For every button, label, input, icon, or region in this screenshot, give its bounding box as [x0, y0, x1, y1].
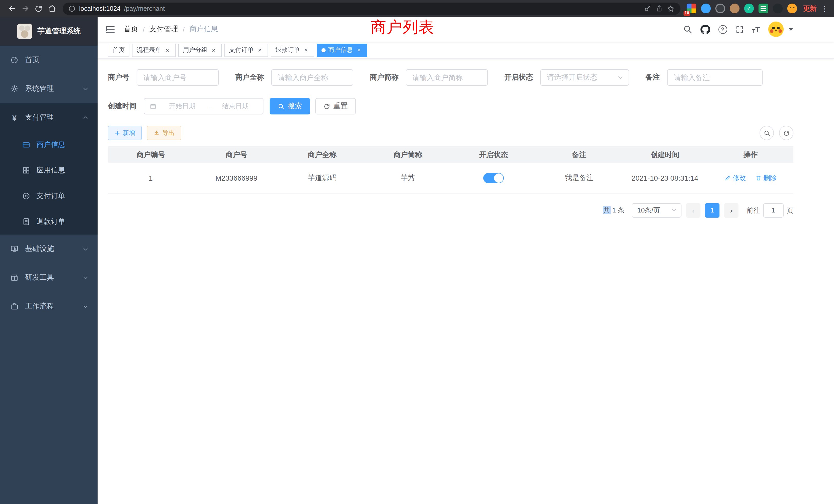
edit-button[interactable]: 修改 [724, 174, 746, 183]
user-avatar[interactable] [768, 22, 784, 37]
avatar-caret-icon[interactable] [789, 28, 793, 30]
page-1-button[interactable]: 1 [705, 203, 720, 217]
fullscreen-icon[interactable] [735, 25, 744, 33]
extension-badge: 10 [683, 11, 690, 16]
date-end-placeholder: 结束日期 [213, 101, 258, 111]
github-icon[interactable] [700, 24, 710, 34]
goto-page-input[interactable] [763, 203, 784, 217]
next-page-button[interactable]: › [724, 203, 739, 217]
dashboard-icon [10, 56, 19, 64]
sidebar-item-workflow[interactable]: 工作流程 [0, 292, 97, 321]
tab-close-icon[interactable]: × [164, 46, 171, 54]
filter-row-2: 创建时间 开始日期 - 结束日期 搜索 重置 [108, 98, 793, 114]
target-icon [22, 192, 30, 200]
extension-icon[interactable]: 10 [687, 4, 696, 13]
toggle-search-icon[interactable] [760, 126, 774, 140]
right-toolbar [760, 126, 793, 140]
navbar-tools: ? TT [683, 22, 793, 37]
date-start-placeholder: 开始日期 [160, 101, 205, 111]
briefcase-icon [10, 302, 19, 311]
date-range-picker[interactable]: 开始日期 - 结束日期 [144, 98, 263, 114]
hamburger-icon[interactable] [105, 24, 115, 35]
short-name-input[interactable] [406, 69, 488, 86]
help-icon[interactable]: ? [718, 25, 727, 33]
tab-pay-order[interactable]: 支付订单× [224, 43, 268, 57]
table-row: 1 M233666999 芋道源码 芋艿 我是备注 2021-10-23 08:… [108, 163, 793, 193]
tab-home[interactable]: 首页 [108, 43, 129, 57]
tab-close-icon[interactable]: × [256, 46, 263, 54]
cell-remark: 我是备注 [536, 163, 622, 193]
sidebar-item-infrastructure[interactable]: 基础设施 [0, 234, 97, 263]
sidebar-item-dev-tools[interactable]: 研发工具 [0, 263, 97, 292]
sidebar-item-label: 系统管理 [25, 84, 54, 93]
font-size-icon[interactable]: TT [752, 25, 760, 33]
browser-menu-icon[interactable]: ⋮ [821, 4, 829, 13]
prev-page-button[interactable]: ‹ [686, 203, 701, 217]
delete-button[interactable]: 删除 [755, 174, 777, 183]
sidebar-item-pay-order[interactable]: 支付订单 [0, 183, 97, 209]
page-size-select[interactable]: 10条/页 [632, 203, 681, 217]
extension-icon[interactable] [787, 4, 797, 13]
back-icon[interactable] [5, 2, 19, 15]
chevron-up-icon [83, 115, 88, 120]
cell-merchant-id: 1 [108, 163, 194, 193]
sidebar-item-payment[interactable]: ¥ 支付管理 [0, 103, 97, 132]
url-path: /pay/merchant [124, 5, 164, 12]
chevron-down-icon [617, 74, 623, 81]
chevron-down-icon [83, 86, 88, 92]
add-button[interactable]: 新增 [108, 126, 142, 140]
yen-icon: ¥ [10, 113, 19, 122]
sidebar-item-app-info[interactable]: 应用信息 [0, 158, 97, 183]
tab-close-icon[interactable]: × [303, 46, 310, 54]
tab-user-group[interactable]: 用户分组× [178, 43, 222, 57]
site-info-icon[interactable] [68, 5, 75, 12]
extension-icon[interactable] [701, 4, 711, 13]
full-name-input[interactable] [271, 69, 353, 86]
home-icon[interactable] [45, 2, 59, 15]
refresh-table-icon[interactable] [779, 126, 793, 140]
tab-merchant-info[interactable]: 商户信息× [317, 43, 367, 57]
sidebar-item-label: 工作流程 [25, 302, 54, 311]
tab-close-icon[interactable]: × [210, 46, 217, 54]
export-button[interactable]: 导出 [147, 126, 181, 140]
password-key-icon[interactable] [644, 5, 652, 12]
url-bar[interactable]: localhost:1024/pay/merchant [63, 2, 680, 15]
search-icon[interactable] [683, 25, 692, 34]
merchant-no-input[interactable] [137, 69, 219, 86]
tab-close-icon[interactable]: × [355, 46, 363, 54]
sidebar-item-home[interactable]: 首页 [0, 46, 97, 74]
search-button[interactable]: 搜索 [270, 98, 310, 114]
extension-icon[interactable] [773, 4, 783, 13]
reset-button[interactable]: 重置 [315, 98, 356, 114]
sidebar-item-merchant-info[interactable]: 商户信息 [0, 132, 97, 158]
extension-icon[interactable] [744, 4, 754, 13]
chart-board-icon [10, 245, 19, 253]
share-icon[interactable] [655, 5, 663, 12]
browser-update-button[interactable]: 更新 [803, 4, 816, 13]
filter-label: 商户简称 [370, 73, 398, 82]
cell-merchant-no: M233666999 [194, 163, 279, 193]
sidebar-item-label: 支付管理 [25, 113, 54, 122]
extension-icon[interactable] [716, 4, 725, 13]
date-separator: - [208, 102, 210, 110]
filter-label: 商户全称 [235, 73, 264, 82]
remark-input[interactable] [667, 69, 763, 86]
col-full-name: 商户全称 [279, 146, 365, 163]
sidebar-item-system[interactable]: 系统管理 [0, 74, 97, 103]
table-toolbar: 新增 导出 [108, 126, 793, 140]
extension-icon[interactable] [759, 4, 768, 13]
reload-icon[interactable] [32, 2, 45, 15]
breadcrumb-home[interactable]: 首页 [124, 25, 138, 34]
status-select[interactable]: 请选择开启状态 [540, 69, 629, 86]
status-toggle[interactable] [483, 173, 504, 183]
app-logo[interactable]: 芋道管理系统 [0, 17, 97, 46]
tags-view: 首页 流程表单× 用户分组× 支付订单× 退款订单× 商户信息× [97, 42, 834, 59]
tab-refund-order[interactable]: 退款订单× [271, 43, 314, 57]
cell-create-time: 2021-10-23 08:31:14 [622, 163, 708, 193]
bookmark-star-icon[interactable] [666, 4, 675, 13]
top-navbar: 首页 / 支付管理 / 商户信息 ? TT [97, 17, 834, 42]
tab-process-form[interactable]: 流程表单× [132, 43, 176, 57]
forward-icon[interactable] [19, 2, 32, 15]
extension-avatar-icon[interactable] [730, 4, 740, 13]
sidebar-item-refund-order[interactable]: 退款订单 [0, 209, 97, 234]
